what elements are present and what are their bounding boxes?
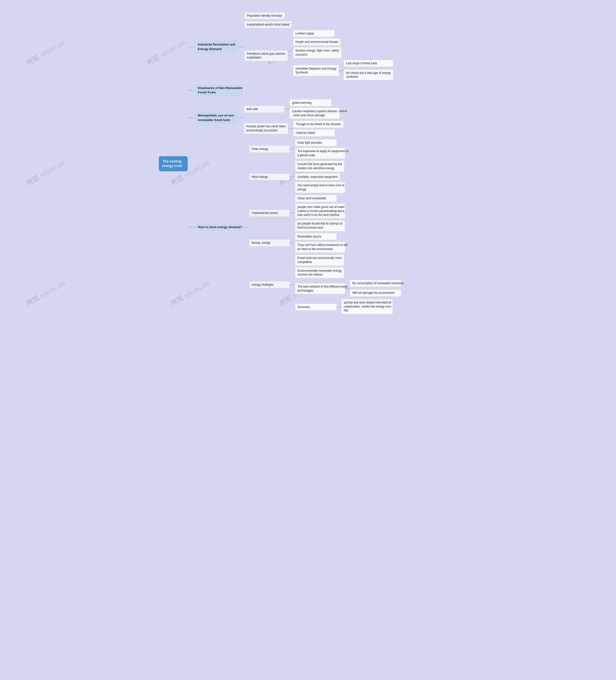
l3-node-b1c3c2: Health and environmental threats	[293, 38, 341, 46]
l3-node-b4c5c1: Fossil fuels are economically more compe…	[295, 254, 344, 266]
mind-map: The coming energy crsisIndustrial Revolu…	[159, 7, 457, 320]
l3-row-b4c2c1: Convert the force generated by the rotat…	[295, 161, 345, 172]
l3-node-b3c1c2: Causes respiratory system disease, cance…	[289, 108, 340, 119]
l2-row-b1c1: Population density increase	[244, 12, 393, 20]
l3-row-b4c5c1: Fossil fuels are economically more compe…	[295, 254, 401, 266]
l4-node-b4c5c3c1: No consumption of renewable resources	[349, 280, 401, 287]
l3-row-b3c2c2: Used by rebels	[293, 129, 344, 137]
l2-row-b1c3: Petroleum,natual gas,uranium exploitatio…	[244, 30, 393, 82]
l3-row-b4c4c2: They can't bun without treatment or will…	[295, 242, 345, 253]
l3-node-b4c2c1: Convert the force generated by the rotat…	[295, 161, 344, 172]
l2-node-b1c3: Petroleum,natual gas,uranium exploitatio…	[244, 50, 288, 62]
l3-row-b3c2c1: Thought to be linked to the disaster.	[293, 120, 344, 128]
l2-row-b4c4: Bomat, energyRenewable sourceThey can't …	[249, 233, 401, 253]
l3-node-b4c5c4: Summery	[295, 304, 337, 311]
l3-node-b4c2c2: Unstable, expensive equipment	[295, 173, 340, 181]
l2-node-b3c1: dark side	[244, 105, 285, 113]
l3-row-b1c3c3: Nuclear energy: high costs, safety conce…	[293, 47, 393, 58]
l2-row-b3c2: Nuclear power has never been economicall…	[244, 120, 344, 137]
watermark-7: 树图 shutu.cn	[25, 278, 67, 308]
l2-node-b4c4: Bomat, energy	[249, 239, 290, 247]
l3-node-b4c5c3: The best sollution is find different ene…	[295, 283, 345, 294]
l3-node-b4c1c2: Too expensive to apply its equipment on …	[295, 147, 345, 159]
l3-row-b4c4c1: Renewable source	[295, 233, 345, 240]
l1-node-b3: Monopolistic use of non- renewable fossi…	[195, 111, 238, 124]
branch-b4: How to meet energy demand?Solar energySo…	[188, 139, 401, 315]
l1-node-b4: How to meet energy demand?	[195, 223, 243, 231]
l2-node-b4c5: energy challeges	[249, 281, 290, 288]
l3-node-b4c1c1: Solar light provides	[295, 139, 337, 146]
l2-row-b4c2: Wind energyConvert the force generated b…	[249, 161, 401, 193]
l3-node-b4c4c2: They can't bun without treatment or will…	[295, 242, 345, 253]
l2-row-b3c1: dark sideglobal warmingCauses respirator…	[244, 99, 344, 119]
l3-row-b4c1c1: Solar light provides	[295, 139, 345, 146]
l3-node-b4c3c3: but people foundl that its harmyu to the…	[295, 220, 345, 231]
l3-row-b4c3c1: Clean amd renewolple	[295, 195, 345, 202]
l1-node-b1: Industrial Revolution and Energy Demand	[195, 40, 238, 53]
l3-node-b1c3c4: Inevitable Depletion and Energy Synthesi…	[293, 65, 339, 77]
l3-row-b4c5c4: Summeryquickly and work toward internati…	[295, 299, 401, 315]
l3-node-b3c2c1: Thought to be linked to the disaster.	[293, 120, 344, 128]
l4-node-b1c3c4c1: Last drops of fossil fuels	[343, 60, 393, 67]
l3-node-b3c1c1: global warming	[289, 99, 332, 107]
l2-row-b4c5: energy challegesFossil fuels are economi…	[249, 254, 401, 315]
l2-node-b4c2: Wind energy	[249, 173, 290, 181]
l3-row-b4c1c2: Too expensive to apply its equipment on …	[295, 147, 345, 159]
l2-node-b1c2: Industrialized world's thirst tripled	[244, 21, 292, 28]
l3-row-b1c3c1: Limited supply	[293, 30, 393, 37]
l3-row-b4c5c3: The best sollution is find different ene…	[295, 280, 401, 298]
l2-row-b1c2: Industrialized world's thirst tripled	[244, 21, 393, 28]
l3-node-b1c3c3: Nuclear energy: high costs, safety conce…	[293, 47, 342, 58]
branch-b2: Drawbacks of Non-Renewable Fossil Fuels	[188, 84, 401, 96]
branch-b1: Industrial Revolution and Energy DemandP…	[188, 12, 401, 82]
l3-node-b4c3c1: Clean amd renewolple	[295, 195, 337, 202]
l3-node-b1c3c1: Limited supply	[293, 30, 335, 37]
l2-node-b1c1: Population density increase	[244, 12, 285, 20]
l2-node-b3c2: Nuclear power has never been economicall…	[244, 123, 288, 134]
l3-row-b4c3c2: people cam make goool use af water outfe…	[295, 203, 345, 219]
l3-row-b3c1c1: global warming	[289, 99, 340, 107]
l3-node-b4c5c2: Environmentally renewable energy sources…	[295, 267, 344, 279]
l3-row-b3c1c2: Causes respiratory system disease, cance…	[289, 108, 340, 119]
l2-node-b4c1: Solar energy	[249, 145, 290, 153]
l4-node-b1c3c4c2: No choice but a new age of energy synthe…	[343, 69, 393, 81]
l3-node-b3c2c2: Used by rebels	[293, 129, 335, 137]
l2-node-b4c3: Hrlydroeleotic power	[249, 209, 290, 217]
l2-row-b4c1: Solar energySolar light providesToo expe…	[249, 139, 401, 159]
watermark-1: 树图 shutu.cn	[25, 38, 67, 67]
l4-node-b4c5c3c2: Will not damage the environment	[349, 289, 401, 297]
root-node: The coming energy crsis	[159, 156, 188, 171]
l3-row-b4c2c2: Unstable, expensive equipment	[295, 173, 345, 181]
l1-node-b2: Drawbacks of Non-Renewable Fossil Fuels	[195, 84, 243, 96]
l2-row-b4c3: Hrlydroeleotic powerClean amd renewolple…	[249, 195, 401, 231]
l3-row-b4c2c3: You need empty land to have a lot of ene…	[295, 182, 345, 193]
branch-b3: Monopolistic use of non- renewable fossi…	[188, 99, 401, 137]
l3-row-b4c3c3: but people foundl that its harmyu to the…	[295, 220, 345, 231]
watermark-4: 树图 shutu.cn	[25, 158, 67, 188]
l3-node-b4c2c3: You need empty land to have a lot of ene…	[295, 182, 345, 193]
l3-node-b4c3c2: people cam make goool use af water outfe…	[295, 203, 345, 219]
l3-row-b1c3c4: Inevitable Depletion and Energy Synthesi…	[293, 60, 393, 82]
l3-row-b4c5c2: Environmentally renewable energy sources…	[295, 267, 401, 279]
l3-row-b1c3c2: Health and environmental threats	[293, 38, 393, 46]
l4-node-b4c5c4c1: quickly and work toward international co…	[341, 299, 393, 314]
l3-node-b4c4c1: Renewable source	[295, 233, 337, 240]
